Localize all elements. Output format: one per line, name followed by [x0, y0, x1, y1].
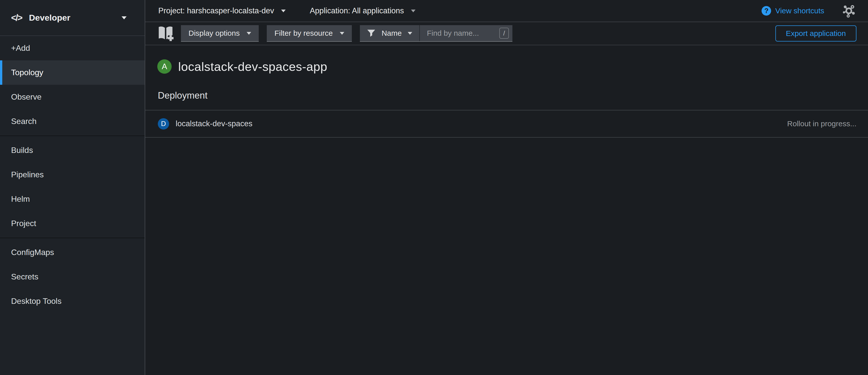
application-selector-label: Application: All applications [310, 6, 404, 15]
find-by-name-wrapper: / [420, 25, 513, 41]
deployment-status: Rollout in progress... [787, 120, 857, 128]
display-options-label: Display options [188, 29, 240, 37]
application-badge: A [157, 59, 172, 74]
question-circle-icon: ? [762, 6, 771, 15]
chevron-down-icon [247, 32, 251, 35]
chevron-down-icon [340, 32, 344, 35]
sidebar-item-configmaps[interactable]: ConfigMaps [0, 240, 145, 265]
topology-list-view: A localstack-dev-spaces-app Deployment D… [145, 45, 868, 375]
main-column: Project: harshcasper-localsta-dev Applic… [145, 0, 868, 375]
chevron-down-icon [408, 32, 412, 35]
perspective-label: Developer [29, 13, 70, 23]
view-shortcuts-link[interactable]: ? View shortcuts [762, 6, 824, 15]
deployment-name[interactable]: localstack-dev-spaces [176, 119, 252, 128]
display-options-dropdown[interactable]: Display options [181, 25, 259, 42]
filter-type-label: Name [381, 29, 402, 37]
sidebar-item-helm[interactable]: Helm [0, 187, 145, 211]
sidebar-item-desktop-tools[interactable]: Desktop Tools [0, 289, 145, 313]
funnel-icon [367, 29, 375, 37]
open-book-plus-icon [157, 25, 175, 42]
chevron-down-icon [122, 16, 127, 20]
topology-graph-icon-button[interactable] [842, 4, 857, 18]
sidebar-item-secrets[interactable]: Secrets [0, 265, 145, 289]
filter-by-resource-label: Filter by resource [274, 29, 333, 37]
export-application-button[interactable]: Export application [775, 25, 857, 41]
guided-docs-button[interactable] [157, 25, 175, 42]
keyboard-shortcut-badge: / [499, 28, 509, 39]
filter-type-dropdown[interactable]: Name [360, 25, 420, 41]
chevron-down-icon [411, 9, 415, 12]
sidebar-item-project[interactable]: Project [0, 211, 145, 236]
sidebar-nav: +Add Topology Observe Search Builds Pipe… [0, 36, 145, 375]
name-filter-group: Name / [360, 25, 513, 42]
sidebar-item-add[interactable]: +Add [0, 36, 145, 60]
project-selector[interactable]: Project: harshcasper-localsta-dev [158, 6, 286, 15]
sidebar-item-search[interactable]: Search [0, 109, 145, 134]
project-selector-label: Project: harshcasper-localsta-dev [158, 6, 274, 15]
nav-divider [0, 238, 145, 238]
application-selector[interactable]: Application: All applications [310, 6, 415, 15]
application-group-header: A localstack-dev-spaces-app [145, 45, 868, 74]
context-bar: Project: harshcasper-localsta-dev Applic… [145, 0, 868, 22]
perspective-switcher[interactable]: </> Developer [0, 0, 145, 36]
sidebar-item-observe[interactable]: Observe [0, 85, 145, 109]
sidebar-item-pipelines[interactable]: Pipelines [0, 163, 145, 187]
developer-code-icon: </> [11, 12, 22, 23]
deployment-badge: D [158, 118, 169, 130]
resource-kind-heading: Deployment [145, 90, 868, 101]
find-by-name-input[interactable] [420, 25, 513, 41]
sidebar-item-builds[interactable]: Builds [0, 138, 145, 163]
sidebar: </> Developer +Add Topology Observe Sear… [0, 0, 145, 375]
sidebar-item-topology[interactable]: Topology [0, 60, 145, 85]
topology-toolbar: Display options Filter by resource Name … [145, 22, 868, 45]
application-name: localstack-dev-spaces-app [178, 60, 328, 74]
nav-divider [0, 136, 145, 136]
deployment-row[interactable]: D localstack-dev-spaces Rollout in progr… [145, 110, 868, 137]
view-shortcuts-label: View shortcuts [775, 6, 824, 15]
topology-graph-icon [842, 4, 857, 18]
resource-list: D localstack-dev-spaces Rollout in progr… [145, 110, 868, 138]
filter-by-resource-dropdown[interactable]: Filter by resource [267, 25, 352, 42]
chevron-down-icon [281, 9, 286, 12]
app-root: </> Developer +Add Topology Observe Sear… [0, 0, 868, 375]
